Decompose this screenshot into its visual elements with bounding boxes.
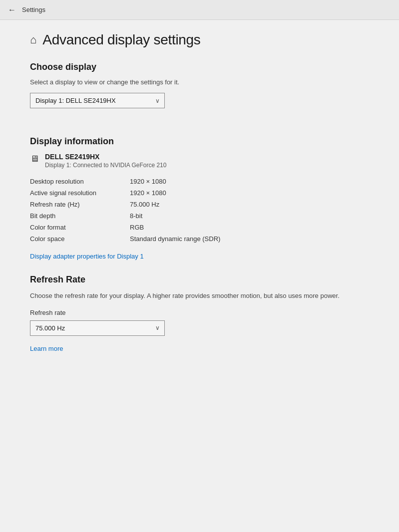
info-value: Standard dynamic range (SDR) — [130, 233, 384, 245]
refresh-rate-title: Refresh Rate — [30, 274, 384, 285]
info-value: RGB — [130, 222, 384, 233]
window-chrome: ← Settings — [0, 0, 399, 20]
page-title: Advanced display settings — [42, 32, 200, 48]
info-value: 75.000 Hz — [130, 199, 384, 210]
choose-display-title: Choose display — [30, 62, 384, 72]
table-row: Refresh rate (Hz)75.000 Hz — [30, 199, 384, 210]
refresh-rate-desc: Choose the refresh rate for your display… — [30, 291, 384, 301]
display-dropdown[interactable]: Display 1: DELL SE2419HX — [30, 93, 165, 108]
content-area: ⌂ Advanced display settings Choose displ… — [30, 20, 384, 532]
info-label: Desktop resolution — [30, 176, 130, 187]
info-label: Bit depth — [30, 210, 130, 222]
info-label: Color space — [30, 233, 130, 245]
table-row: Bit depth8-bit — [30, 210, 384, 222]
display-info-title: Display information — [30, 136, 384, 147]
table-row: Color formatRGB — [30, 222, 384, 233]
refresh-rate-label: Refresh rate — [30, 309, 384, 316]
choose-display-desc: Select a display to view or change the s… — [30, 78, 384, 86]
page-header: ⌂ Advanced display settings — [30, 32, 384, 48]
info-label: Color format — [30, 222, 130, 233]
refresh-rate-dropdown[interactable]: 75.000 Hz 60.000 Hz — [30, 320, 165, 336]
info-value: 1920 × 1080 — [130, 176, 384, 187]
info-value: 8-bit — [130, 210, 384, 222]
info-value: 1920 × 1080 — [130, 187, 384, 199]
monitor-block: 🖥 DELL SE2419HX Display 1: Connected to … — [30, 153, 384, 261]
info-label: Active signal resolution — [30, 187, 130, 199]
monitor-subtitle: Display 1: Connected to NVIDIA GeForce 2… — [45, 162, 166, 169]
refresh-rate-section: Refresh Rate Choose the refresh rate for… — [30, 274, 384, 353]
back-button[interactable]: ← Settings — [8, 5, 45, 14]
learn-more-link[interactable]: Learn more — [30, 345, 63, 352]
monitor-row: 🖥 DELL SE2419HX Display 1: Connected to … — [30, 153, 384, 169]
window-title: Settings — [22, 6, 45, 13]
display-info-section: Display information 🖥 DELL SE2419HX Disp… — [30, 136, 384, 261]
refresh-rate-dropdown-container: 75.000 Hz 60.000 Hz ∨ — [30, 320, 165, 336]
monitor-details: DELL SE2419HX Display 1: Connected to NV… — [45, 153, 166, 169]
back-arrow-icon: ← — [8, 5, 16, 14]
choose-display-section: Choose display Select a display to view … — [30, 62, 384, 122]
adapter-properties-link[interactable]: Display adapter properties for Display 1 — [30, 253, 144, 260]
display-info-table: Desktop resolution1920 × 1080Active sign… — [30, 176, 384, 245]
home-icon: ⌂ — [30, 33, 36, 46]
table-row: Active signal resolution1920 × 1080 — [30, 187, 384, 199]
table-row: Color spaceStandard dynamic range (SDR) — [30, 233, 384, 245]
monitor-icon: 🖥 — [30, 154, 39, 164]
monitor-name: DELL SE2419HX — [45, 153, 166, 161]
info-label: Refresh rate (Hz) — [30, 199, 130, 210]
display-dropdown-container: Display 1: DELL SE2419HX ∨ — [30, 93, 165, 108]
table-row: Desktop resolution1920 × 1080 — [30, 176, 384, 187]
